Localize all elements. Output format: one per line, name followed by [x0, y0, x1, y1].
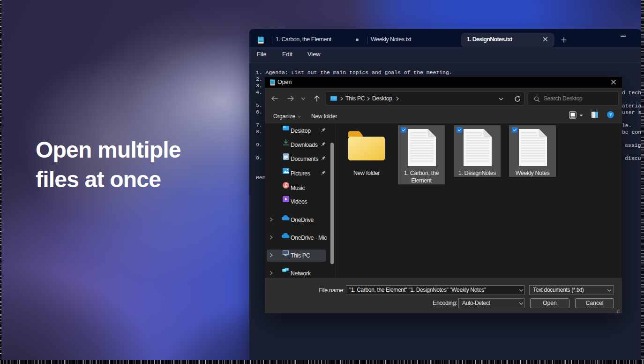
svg-text:?: ? [609, 112, 612, 117]
